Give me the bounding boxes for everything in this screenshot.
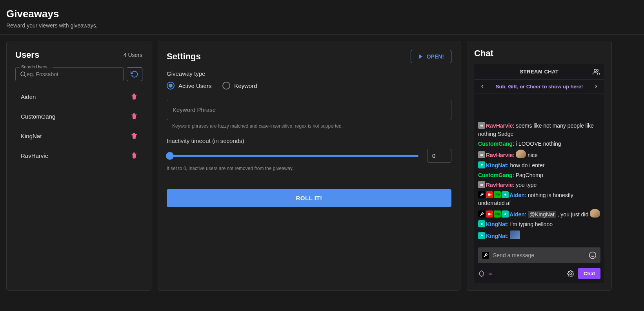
keyword-field[interactable]	[167, 100, 451, 120]
remove-user-button[interactable]	[129, 131, 139, 141]
svg-point-3	[594, 69, 597, 71]
svg-point-0	[21, 72, 25, 76]
emote-picker-button[interactable]	[589, 251, 597, 259]
undo-icon	[131, 70, 138, 78]
chat-message: CustomGang: PagChomp	[478, 171, 600, 179]
chat-message: KingNat: I'm typing hellooo	[478, 220, 600, 228]
gear-icon	[567, 270, 574, 277]
chat-messages[interactable]: RavHarvie: seems like not many people li…	[474, 93, 604, 245]
chat-username[interactable]: RavHarvie	[486, 152, 513, 158]
svg-rect-8	[488, 194, 490, 196]
user-row: Aiden	[15, 87, 142, 106]
svg-marker-12	[490, 213, 491, 215]
svg-line-1	[24, 75, 25, 77]
chat-message-text: , you just did	[558, 211, 589, 218]
chat-banner: Sub, Gift, or Cheer to show up here!	[474, 80, 604, 93]
cam-badge-icon	[486, 191, 493, 198]
chat-message-input[interactable]	[493, 252, 586, 258]
search-input[interactable]	[27, 71, 119, 77]
php-badge-icon: php	[494, 191, 501, 198]
chat-identity-badge[interactable]	[482, 252, 489, 259]
remove-user-button[interactable]	[129, 150, 139, 161]
chat-username[interactable]: KingNat	[486, 233, 507, 239]
radio-keyword[interactable]: Keyword	[222, 82, 257, 90]
chat-message: CustomGang: i LOOOVE nothing	[478, 140, 600, 148]
svg-rect-5	[480, 154, 483, 156]
radio-keyword-label: Keyword	[234, 82, 257, 89]
chat-username[interactable]: RavHarvie	[486, 123, 513, 129]
svg-marker-9	[490, 194, 491, 196]
radio-active-users[interactable]: Active Users	[167, 82, 211, 90]
search-field[interactable]: Search Users...	[15, 67, 124, 81]
chat-username[interactable]: RavHarvie	[486, 182, 513, 188]
chat-username[interactable]: KingNat	[486, 221, 507, 227]
banner-text: Sub, Gift, or Cheer to show up here!	[487, 84, 592, 90]
chevron-right-icon	[593, 84, 599, 89]
chat-settings-button[interactable]	[567, 270, 574, 277]
chat-message-text: how do i enter	[510, 162, 544, 168]
gray-badge-icon	[478, 122, 485, 129]
page-header: Giveaways Reward your viewers with givea…	[0, 0, 644, 35]
chat-username[interactable]: CustomGang	[478, 172, 513, 178]
chat-input-row[interactable]	[478, 247, 600, 263]
chat-box: STREAM CHAT Sub, Gift, or Cheer to show …	[474, 64, 604, 283]
chat-send-button[interactable]: Chat	[578, 268, 600, 279]
chat-mention[interactable]: @KingNat	[528, 211, 556, 218]
reset-button[interactable]	[127, 67, 142, 81]
user-row: RavHarvie	[15, 146, 142, 165]
chat-message: RavHarvie: you type	[478, 181, 600, 189]
chat-message-text: you type	[516, 182, 537, 188]
slider-thumb[interactable]	[166, 152, 174, 160]
user-row: CustomGang	[15, 106, 142, 126]
giveaway-type-label: Giveaway type	[167, 70, 451, 77]
smile-icon	[589, 251, 597, 259]
chat-username[interactable]: CustomGang	[478, 141, 513, 147]
chat-message: phpAiden: @KingNat , you just did	[478, 209, 600, 218]
inactivity-slider[interactable]	[167, 155, 418, 157]
inactivity-label: Inactivity timeout (in seconds)	[167, 137, 451, 144]
trash-icon	[131, 132, 138, 139]
users-icon	[593, 68, 600, 75]
open-button[interactable]: OPEN!	[411, 50, 451, 63]
chat-message: KingNat:	[478, 231, 600, 240]
wrench-badge-icon	[478, 191, 485, 198]
remove-user-button[interactable]	[129, 111, 139, 121]
cam-badge-icon	[486, 210, 493, 218]
chat-message: RavHarvie: seems like not many people li…	[478, 122, 600, 138]
wrench-icon	[483, 253, 488, 258]
chat-message-text: PagChomp	[516, 172, 543, 178]
chat-header: STREAM CHAT	[474, 64, 604, 80]
svg-point-10	[504, 194, 506, 196]
trash-icon	[131, 152, 138, 159]
svg-marker-19	[480, 271, 484, 276]
inactivity-value-input[interactable]	[427, 149, 451, 163]
chat-username[interactable]: Aiden	[509, 192, 525, 198]
users-count: 4 Users	[124, 52, 142, 58]
svg-marker-2	[419, 55, 422, 59]
php-badge-icon: php	[494, 210, 501, 218]
banner-next-button[interactable]	[592, 83, 600, 90]
trash-icon	[131, 93, 138, 100]
channel-points-value: ∞	[488, 270, 493, 277]
svg-point-15	[481, 234, 483, 236]
keyword-input[interactable]	[173, 106, 446, 113]
teal-badge-icon	[478, 232, 485, 239]
chat-title: Chat	[474, 48, 604, 59]
chat-username[interactable]: Aiden	[509, 211, 525, 218]
chat-message: RavHarvie: nice	[478, 150, 600, 159]
roll-button[interactable]: ROLL IT!	[167, 189, 451, 207]
search-label: Search Users...	[20, 64, 53, 69]
users-list-button[interactable]	[593, 68, 600, 75]
svg-point-6	[481, 164, 483, 166]
chat-username[interactable]: KingNat	[486, 162, 507, 168]
stream-chat-label: STREAM CHAT	[520, 69, 558, 75]
teal-badge-icon	[502, 191, 509, 198]
user-name: CustomGang	[21, 113, 55, 120]
gray-badge-icon	[478, 151, 485, 158]
channel-points-icon[interactable]	[478, 270, 485, 277]
chat-message: phpAiden: nothing is honestly underrated…	[478, 191, 600, 207]
chat-message: KingNat: how do i enter	[478, 161, 600, 169]
remove-user-button[interactable]	[129, 91, 139, 102]
user-name: Aiden	[21, 93, 36, 100]
banner-prev-button[interactable]	[478, 83, 487, 90]
